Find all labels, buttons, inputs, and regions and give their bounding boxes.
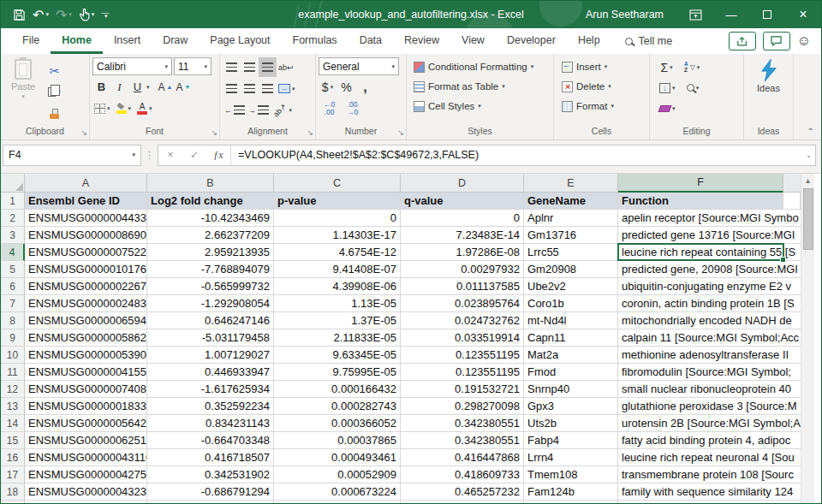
cell-E3[interactable]: Gm13716 — [524, 227, 618, 244]
cell-C19[interactable] — [274, 501, 401, 503]
top-align-button[interactable] — [223, 57, 241, 77]
scroll-up-icon[interactable]: ▲ — [801, 174, 814, 187]
cell-D11[interactable]: 0.123551195 — [401, 364, 524, 381]
cell-B1[interactable]: Log2 fold change — [147, 193, 274, 210]
cell-C15[interactable]: 0.00037865 — [274, 432, 401, 449]
column-header-c[interactable]: C — [274, 174, 401, 193]
tab-review[interactable]: Review — [393, 28, 450, 54]
enter-entry-button[interactable]: ✓ — [182, 145, 206, 165]
ribbon-display-options-icon[interactable] — [677, 1, 713, 28]
conditional-formatting-button[interactable]: Conditional Formatting▾ — [412, 57, 551, 76]
collapse-ribbon-icon[interactable]: ⌃ — [807, 127, 814, 136]
borders-button[interactable]: ▾ — [92, 98, 112, 118]
cell-F6[interactable]: ubiquitin-conjugating enzyme E2 v — [618, 278, 783, 295]
cell-A1[interactable]: Ensembl Gene ID — [25, 193, 147, 210]
row-header-10[interactable]: 10 — [1, 347, 25, 364]
cell-A6[interactable]: ENSMUSG00000022674 — [25, 278, 147, 295]
column-header-e[interactable]: E — [524, 174, 618, 193]
cell-A8[interactable]: ENSMUSG00000065947 — [25, 312, 147, 329]
cell-B6[interactable]: -0.565999732 — [147, 278, 274, 295]
font-name-combo[interactable]: Calibri▾ — [92, 57, 172, 75]
cell-E11[interactable]: Fmod — [524, 364, 618, 381]
cell-F19[interactable] — [618, 501, 783, 503]
minimize-button[interactable]: — — [713, 1, 749, 28]
cell-A4[interactable]: ENSMUSG00000075224 — [25, 244, 147, 261]
cell-B5[interactable]: -7.768894079 — [147, 261, 274, 278]
delete-cells-button[interactable]: Delete▾ — [560, 77, 646, 96]
cell-B17[interactable]: 0.342531902 — [147, 466, 274, 483]
cell-A15[interactable]: ENSMUSG00000062515 — [25, 432, 147, 449]
cell-F3[interactable]: predicted gene 13716 [Source:MGI — [618, 227, 783, 244]
fill-color-button[interactable]: ▾ — [115, 98, 134, 118]
cell-F14[interactable]: urotensin 2B [Source:MGI Symbol;A — [618, 415, 783, 432]
cell-styles-button[interactable]: Cell Styles▾ — [412, 97, 551, 116]
cut-button[interactable]: ✂ — [45, 61, 63, 80]
name-box[interactable]: F4 ▾ — [3, 145, 141, 166]
cell-F18[interactable]: family with sequence similarity 124 — [618, 483, 783, 501]
row-header-3[interactable]: 3 — [1, 227, 25, 244]
percent-style-button[interactable]: % — [337, 77, 355, 97]
cell-B3[interactable]: 2.662377209 — [147, 227, 274, 244]
tab-insert[interactable]: Insert — [103, 28, 152, 54]
paste-button[interactable]: Paste ▾ — [3, 57, 43, 125]
cell-C2[interactable]: 0 — [274, 210, 401, 227]
decrease-decimal-button[interactable]: .00→0 — [343, 98, 361, 118]
cell-D17[interactable]: 0.418609733 — [401, 466, 524, 483]
row-header-13[interactable]: 13 — [1, 398, 25, 415]
cell-F2[interactable]: apelin receptor [Source:MGI Symbo — [618, 210, 783, 227]
insert-function-button[interactable]: ƒx — [206, 145, 230, 165]
cell-C1[interactable]: p-value — [274, 193, 401, 210]
middle-align-button[interactable] — [241, 57, 259, 77]
cell-E6[interactable]: Ube2v2 — [524, 278, 618, 295]
cell-C11[interactable]: 9.75995E-05 — [274, 364, 401, 381]
tab-draw[interactable]: Draw — [152, 28, 199, 54]
insert-cells-button[interactable]: Insert▾ — [560, 57, 646, 76]
cell-A9[interactable]: ENSMUSG00000058626 — [25, 329, 147, 347]
row-header-7[interactable]: 7 — [1, 295, 25, 312]
row-header-6[interactable]: 6 — [1, 278, 25, 295]
close-button[interactable]: × — [785, 1, 821, 28]
column-header-a[interactable]: A — [25, 174, 147, 193]
cell-F12[interactable]: small nuclear ribonucleoprotein 40 — [618, 381, 783, 398]
cell-F5[interactable]: predicted gene, 20908 [Source:MGI — [618, 261, 783, 278]
cell-D19[interactable] — [401, 501, 524, 503]
cell-B8[interactable]: 0.646247146 — [147, 312, 274, 329]
cell-D8[interactable]: 0.024732762 — [401, 312, 524, 329]
cell-D12[interactable]: 0.191532721 — [401, 381, 524, 398]
save-icon[interactable] — [9, 3, 29, 26]
row-header-12[interactable]: 12 — [1, 381, 25, 398]
name-box-dropdown-icon[interactable]: ▾ — [132, 151, 135, 158]
increase-decimal-button[interactable]: ←0.00 — [320, 98, 338, 118]
orientation-button[interactable]: ab↗▾ — [271, 100, 294, 120]
cell-C8[interactable]: 1.37E-05 — [274, 312, 401, 329]
tell-me[interactable]: Tell me — [625, 28, 673, 54]
copy-button[interactable]: ▾ — [45, 82, 63, 102]
format-as-table-button[interactable]: Format as Table▾ — [412, 77, 551, 96]
number-format-combo[interactable]: General▾ — [319, 57, 399, 75]
formula-input[interactable]: =VLOOKUP(A4,Sheet2!$A$2:$C$49672,3,FALSE… — [231, 149, 802, 161]
row-header-19[interactable]: 19 — [1, 501, 25, 503]
fill-button[interactable]: ↓▾ — [658, 78, 677, 98]
align-right-button[interactable] — [259, 79, 277, 98]
tab-file[interactable]: File — [11, 28, 51, 54]
paste-dropdown-icon[interactable]: ▾ — [21, 93, 25, 100]
cell-D16[interactable]: 0.416447868 — [401, 449, 524, 466]
expand-formula-bar-icon[interactable]: ⌄ — [802, 151, 815, 159]
tab-help[interactable]: Help — [567, 28, 611, 54]
cell-B12[interactable]: -1.617625934 — [147, 381, 274, 398]
clear-button[interactable]: ▾ — [658, 98, 677, 118]
cell-A16[interactable]: ENSMUSG00000043110 — [25, 449, 147, 466]
cell-E2[interactable]: Aplnr — [524, 210, 618, 227]
cell-D3[interactable]: 7.23483E-14 — [401, 227, 524, 244]
cell-D9[interactable]: 0.033519914 — [401, 329, 524, 347]
cell-C16[interactable]: 0.000493461 — [274, 449, 401, 466]
undo-icon[interactable]: ↶▾ — [29, 3, 52, 26]
cell-D1[interactable]: q-value — [401, 193, 524, 210]
cell-E9[interactable]: Capn11 — [524, 329, 618, 347]
decrease-indent-button[interactable]: ← — [223, 100, 247, 120]
cell-partial-19[interactable] — [783, 501, 801, 503]
font-size-combo[interactable]: 11▾ — [174, 57, 211, 75]
customize-qat-icon[interactable]: —▾ — [98, 3, 112, 26]
cell-A14[interactable]: ENSMUSG00000056423 — [25, 415, 147, 432]
row-header-18[interactable]: 18 — [1, 483, 25, 501]
